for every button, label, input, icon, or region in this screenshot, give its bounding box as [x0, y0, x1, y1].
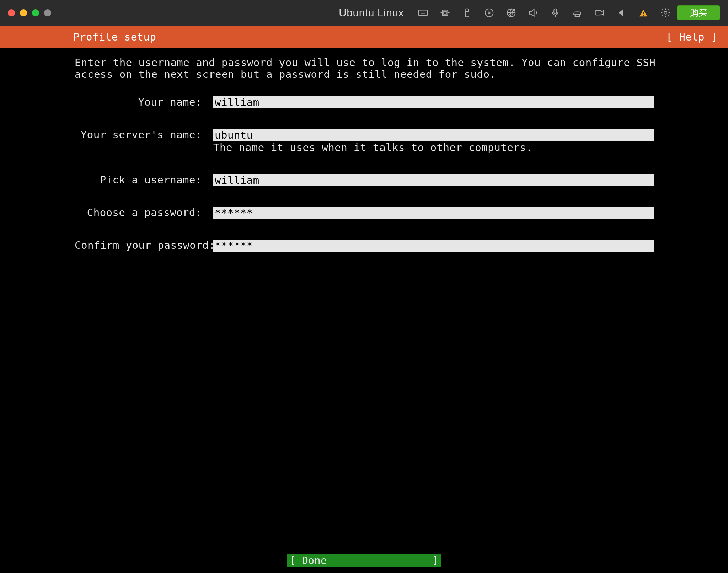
profile-form: Your name: william Your server's name: u…	[75, 96, 717, 252]
input-username[interactable]: william	[213, 174, 654, 186]
row-your-name: Your name: william	[75, 96, 717, 108]
svg-rect-12	[466, 9, 469, 12]
svg-rect-0	[419, 10, 428, 16]
row-server-name: Your server's name: ubuntu The name it u…	[75, 129, 717, 154]
input-server-name[interactable]: ubuntu	[213, 129, 654, 141]
installer-header: Profile setup [ Help ]	[0, 26, 728, 48]
installer-screen: Profile setup [ Help ] Enter the usernam…	[0, 26, 728, 573]
row-username: Pick a username: william	[75, 174, 717, 186]
vm-window-titlebar: Ubuntu Linux	[0, 0, 728, 26]
printer-icon[interactable]	[571, 6, 584, 19]
window-zoom-button[interactable]	[32, 9, 39, 16]
page-title: Profile setup	[73, 31, 156, 43]
cpu-icon[interactable]	[439, 6, 451, 19]
settings-icon[interactable]	[659, 6, 672, 19]
help-link[interactable]: [ Help ]	[666, 31, 717, 43]
input-your-name[interactable]: william	[213, 96, 654, 108]
back-icon[interactable]	[615, 6, 628, 19]
svg-point-14	[485, 9, 493, 17]
svg-point-15	[488, 12, 490, 14]
svg-rect-20	[575, 14, 580, 16]
usb-icon[interactable]	[461, 6, 473, 19]
keyboard-icon[interactable]	[417, 6, 429, 19]
row-confirm-password: Confirm your password: ******	[75, 240, 717, 252]
buy-button[interactable]: 购买	[677, 5, 720, 20]
toolbar-icons	[417, 6, 672, 19]
label-confirm-password: Confirm your password:	[75, 240, 213, 251]
svg-rect-7	[444, 11, 446, 14]
sound-icon[interactable]	[527, 6, 540, 19]
svg-rect-6	[443, 10, 448, 16]
label-your-name: Your name:	[75, 96, 213, 108]
hint-server-name: The name it uses when it talks to other …	[213, 142, 654, 154]
window-close-button[interactable]	[8, 9, 15, 16]
label-server-name: Your server's name:	[75, 129, 213, 141]
svg-rect-21	[595, 11, 601, 15]
svg-point-23	[643, 15, 644, 16]
microphone-icon[interactable]	[549, 6, 562, 19]
warning-icon[interactable]	[637, 6, 650, 19]
svg-point-24	[664, 11, 667, 14]
done-button[interactable]: [ Done ]	[287, 554, 441, 567]
vm-name-label: Ubuntu Linux	[339, 7, 404, 19]
label-username: Pick a username:	[75, 174, 213, 186]
svg-rect-18	[554, 9, 557, 14]
network-icon[interactable]	[505, 6, 518, 19]
window-controls	[8, 9, 51, 16]
row-password: Choose a password: ******	[75, 207, 717, 219]
window-extra-button[interactable]	[44, 9, 51, 16]
intro-text: Enter the username and password you will…	[75, 57, 679, 81]
camera-icon[interactable]	[593, 6, 606, 19]
label-password: Choose a password:	[75, 207, 213, 219]
svg-rect-13	[465, 11, 469, 17]
disc-icon[interactable]	[483, 6, 496, 19]
input-password[interactable]: ******	[213, 207, 654, 219]
window-minimize-button[interactable]	[20, 9, 27, 16]
input-confirm-password[interactable]: ******	[213, 240, 654, 252]
